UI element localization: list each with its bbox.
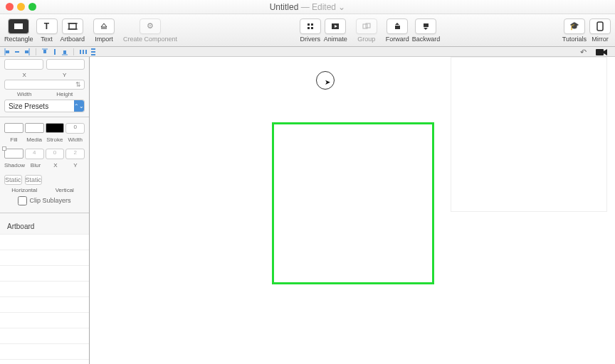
- cursor-arrow-icon: ➤: [325, 78, 330, 86]
- svg-rect-18: [25, 50, 28, 53]
- drivers-icon: [300, 18, 321, 34]
- horizontal-constraint-select[interactable]: Static⌄: [4, 175, 22, 185]
- text-label: Text: [41, 36, 53, 43]
- fill-swatch[interactable]: [4, 123, 23, 133]
- svg-rect-12: [424, 23, 429, 27]
- layer-row[interactable]: [0, 313, 89, 328]
- horizontal-label: Horizontal: [4, 187, 45, 193]
- layer-row[interactable]: [0, 282, 89, 297]
- rectangle-label: Rectangle: [4, 36, 33, 43]
- width-label: Width: [4, 91, 45, 97]
- media-swatch[interactable]: [25, 123, 44, 133]
- align-bottom-icon[interactable]: [62, 48, 68, 55]
- import-icon: [93, 18, 115, 34]
- svg-rect-6: [308, 27, 310, 29]
- clip-sublayers-checkbox[interactable]: Clip Sublayers: [0, 193, 89, 208]
- close-window[interactable]: [6, 3, 14, 11]
- distribute-v-icon[interactable]: [90, 48, 95, 55]
- create-component-button[interactable]: ⚙ Create Component: [123, 18, 177, 43]
- shadow-y-input[interactable]: 2: [65, 149, 85, 159]
- zoom-window[interactable]: [28, 3, 36, 11]
- forward-icon: [387, 18, 408, 34]
- align-top-icon[interactable]: [42, 48, 48, 55]
- stroke-width-input[interactable]: 0: [65, 123, 85, 134]
- artboard-frame[interactable]: [451, 57, 607, 212]
- svg-rect-24: [80, 50, 81, 54]
- chevron-icon: ⌄: [36, 177, 40, 183]
- play-icon: [325, 18, 346, 34]
- import-tool[interactable]: Import: [93, 18, 115, 43]
- drivers-button[interactable]: Drivers: [300, 18, 321, 43]
- stroke-swatch[interactable]: [46, 123, 65, 133]
- svg-rect-0: [14, 23, 23, 29]
- svg-rect-26: [85, 50, 87, 54]
- x-label: X: [4, 72, 45, 78]
- window-controls: [0, 3, 36, 11]
- doc-edited: — Edited: [301, 2, 336, 12]
- blur-input[interactable]: 4: [25, 149, 44, 159]
- artboard-tool[interactable]: Artboard: [61, 18, 85, 43]
- vertical-constraint-select[interactable]: Static⌄: [25, 175, 43, 185]
- stroke-label: Stroke: [46, 136, 65, 143]
- x-input[interactable]: [4, 59, 43, 70]
- inspector-panel: XY ⇅ WidthHeight Size Presets ⌃⌄ 0 Fill …: [0, 57, 90, 364]
- mirror-button[interactable]: Mirror: [589, 18, 611, 43]
- layer-row[interactable]: [0, 360, 89, 364]
- layer-row[interactable]: [0, 344, 89, 360]
- svg-rect-25: [83, 50, 84, 54]
- y-label: Y: [45, 72, 85, 78]
- align-right-icon[interactable]: [24, 48, 30, 55]
- graduation-icon: 🎓: [564, 18, 585, 34]
- backward-button[interactable]: Backward: [412, 18, 441, 43]
- svg-rect-1: [69, 23, 76, 29]
- y-input[interactable]: [46, 59, 85, 70]
- svg-rect-27: [91, 48, 95, 50]
- align-hcenter-icon[interactable]: [14, 48, 20, 55]
- align-vcenter-icon[interactable]: [52, 48, 58, 55]
- shadow-x-input[interactable]: 0: [46, 149, 65, 159]
- undo-icon[interactable]: ↶: [577, 47, 589, 57]
- create-component-label: Create Component: [123, 36, 177, 43]
- mirror-icon: [589, 18, 611, 34]
- svg-rect-5: [311, 23, 313, 26]
- svg-rect-11: [395, 26, 400, 29]
- rectangle-icon: [8, 18, 29, 34]
- group-button[interactable]: Group: [356, 18, 377, 43]
- tutorials-button[interactable]: 🎓 Tutorials: [562, 18, 587, 43]
- group-label: Group: [357, 36, 375, 43]
- layer-row[interactable]: [0, 297, 89, 313]
- select-arrow-icon: ⌃⌄: [74, 100, 84, 112]
- media-label: Media: [25, 136, 44, 143]
- title-bar: Untitled — Edited ⌄: [0, 0, 615, 14]
- camera-icon[interactable]: [595, 47, 608, 57]
- size-presets-label: Size Presets: [9, 102, 48, 110]
- align-left-icon[interactable]: [4, 48, 10, 55]
- layer-row[interactable]: [0, 235, 89, 250]
- tutorials-label: Tutorials: [562, 36, 587, 43]
- animate-button[interactable]: Animate: [324, 18, 347, 43]
- canvas-area[interactable]: ↶ ➤: [90, 57, 615, 364]
- minimize-window[interactable]: [17, 3, 25, 11]
- size-input[interactable]: ⇅: [4, 80, 85, 90]
- fill-label: Fill: [4, 136, 23, 143]
- gear-icon: ⚙: [140, 18, 161, 34]
- shadow-swatch[interactable]: [4, 149, 23, 159]
- artboard-label: Artboard: [61, 36, 85, 43]
- size-presets-select[interactable]: Size Presets ⌃⌄: [4, 100, 85, 112]
- rectangle-tool[interactable]: Rectangle: [4, 18, 33, 43]
- layer-row[interactable]: [0, 266, 89, 282]
- svg-rect-16: [15, 51, 19, 53]
- svg-rect-20: [43, 50, 46, 53]
- text-tool[interactable]: T Text: [36, 18, 58, 43]
- group-icon: [356, 18, 377, 34]
- green-rectangle[interactable]: [272, 122, 434, 284]
- svg-rect-30: [596, 49, 604, 55]
- layer-row[interactable]: [0, 328, 89, 344]
- link-dimensions-icon[interactable]: ⇅: [75, 81, 81, 88]
- layer-row[interactable]: [0, 250, 89, 266]
- alignment-bar: [0, 47, 615, 57]
- distribute-h-icon[interactable]: [80, 48, 85, 55]
- layer-artboard[interactable]: Artboard: [0, 219, 89, 235]
- title-caret-icon[interactable]: ⌄: [338, 2, 345, 12]
- forward-button[interactable]: Forward: [386, 18, 409, 43]
